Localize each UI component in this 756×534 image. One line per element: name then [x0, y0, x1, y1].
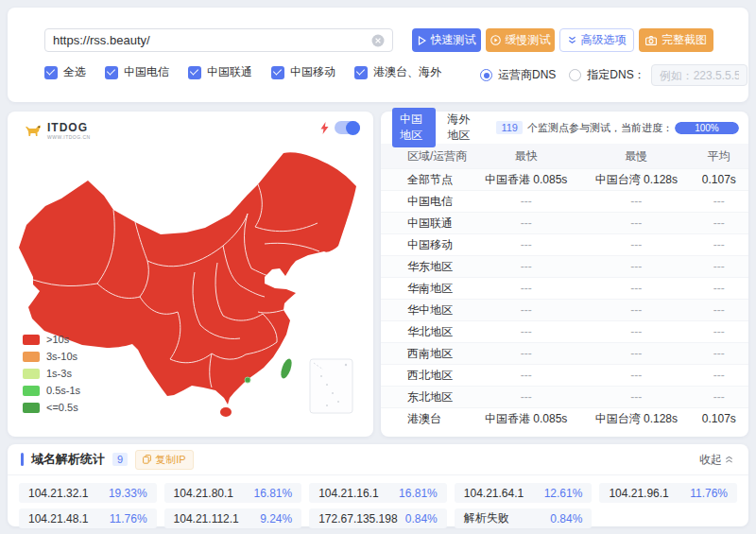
- lightning-icon: [320, 122, 329, 134]
- table-row: 中国联通---------: [381, 212, 748, 233]
- ip-stat-item: 104.21.112.19.24%: [164, 508, 302, 528]
- legend-item: 0.5s-1s: [23, 385, 80, 396]
- logo-subtitle: WWW.ITDOG.CN: [47, 135, 91, 140]
- camera-icon: [645, 36, 657, 45]
- checkbox-icon: [44, 66, 58, 79]
- col-fastest: 最快: [469, 148, 583, 164]
- legend-item: 1s-3s: [23, 368, 80, 379]
- legend-swatch: [23, 403, 40, 413]
- south-china-sea-inset: [310, 359, 352, 413]
- checkbox-icon: [105, 66, 118, 79]
- title-accent-bar: [21, 453, 24, 466]
- results-table: 区域/运营商 最快 最慢 平均 全部节点中国香港 0.085s中国台湾 0.12…: [381, 144, 748, 429]
- table-row: 中国电信---------: [381, 190, 748, 212]
- table-row: 华中地区---------: [381, 299, 748, 320]
- dns-stats-title: 域名解析统计: [31, 451, 105, 468]
- legend-swatch: [23, 369, 40, 379]
- url-input-wrapper: [44, 28, 393, 52]
- copy-ip-label: 复制IP: [155, 453, 185, 467]
- progress-bar: 100%: [675, 122, 739, 134]
- dns-count-badge: 9: [112, 453, 128, 466]
- advanced-options-button[interactable]: 高级选项: [559, 28, 634, 52]
- double-chevron-up-icon: [725, 455, 733, 464]
- table-row: 西南地区---------: [381, 342, 748, 364]
- results-header: 中国地区 海外地区 119 个监测点参与测试，当前进度： 100%: [381, 112, 748, 144]
- url-input[interactable]: [53, 33, 371, 47]
- ip-stats-grid: 104.21.32.119.33% 104.21.80.116.81% 104.…: [8, 475, 748, 534]
- table-row: 华东地区---------: [381, 255, 748, 277]
- legend-label: 1s-3s: [46, 368, 72, 379]
- checkbox-hk-mo-tw-overseas[interactable]: 港澳台、海外: [354, 64, 441, 80]
- collapse-button[interactable]: 收起: [699, 452, 733, 468]
- china-map-panel: ITDOG WWW.ITDOG.CN >10s 3s-10s 1s-3s 0.5…: [8, 112, 373, 437]
- itdog-logo: ITDOG WWW.ITDOG.CN: [25, 122, 91, 140]
- clear-input-icon[interactable]: [371, 34, 385, 47]
- logo-title: ITDOG: [47, 122, 91, 133]
- ip-stat-item: 104.21.16.116.81%: [309, 483, 447, 503]
- play-icon: [418, 36, 426, 45]
- custom-dns-input[interactable]: [651, 64, 747, 86]
- checkbox-china-telecom[interactable]: 中国电信: [105, 64, 169, 80]
- radio-custom-dns-label: 指定DNS：: [587, 67, 644, 83]
- latency-legend: >10s 3s-10s 1s-3s 0.5s-1s <=0.5s: [23, 334, 80, 413]
- radio-custom-dns[interactable]: [569, 69, 581, 81]
- quick-test-label: 快速测试: [431, 32, 476, 48]
- copy-ip-button[interactable]: 复制IP: [135, 450, 193, 470]
- quick-test-button[interactable]: 快速测试: [412, 28, 481, 52]
- checkbox-label: 全选: [63, 64, 86, 80]
- tab-overseas-region[interactable]: 海外地区: [439, 108, 483, 147]
- table-header-row: 区域/运营商 最快 最慢 平均: [381, 144, 748, 168]
- legend-label: >10s: [46, 334, 69, 345]
- legend-item: 3s-10s: [23, 351, 80, 362]
- checkbox-select-all[interactable]: 全选: [44, 64, 86, 80]
- ip-stat-item: 解析失败0.84%: [455, 508, 593, 528]
- ip-stat-item: 104.21.64.112.61%: [455, 483, 593, 503]
- table-row: 全部节点中国香港 0.085s中国台湾 0.128s0.107s: [381, 168, 748, 190]
- legend-swatch: [23, 386, 40, 396]
- monitor-count-badge: 119: [496, 121, 523, 134]
- checkbox-china-unicom[interactable]: 中国联通: [188, 64, 252, 80]
- tab-china-region[interactable]: 中国地区: [392, 108, 436, 147]
- checkbox-icon: [271, 66, 284, 79]
- copy-icon: [143, 455, 151, 464]
- slow-test-button[interactable]: 缓慢测试: [486, 28, 555, 52]
- full-screenshot-label: 完整截图: [662, 32, 707, 48]
- advanced-options-label: 高级选项: [581, 32, 627, 48]
- legend-label: <=0.5s: [46, 402, 78, 413]
- full-screenshot-button[interactable]: 完整截图: [639, 28, 713, 52]
- test-config-panel: 快速测试 缓慢测试 高级选项 完整截图 全选 中国电信 中国联通 中国移动 港澳…: [8, 8, 748, 102]
- legend-item: <=0.5s: [23, 402, 80, 413]
- checkbox-china-mobile[interactable]: 中国移动: [271, 64, 335, 80]
- table-row: 中国移动---------: [381, 233, 748, 255]
- ip-stat-item: 104.21.32.119.33%: [19, 483, 157, 503]
- hongkong-marker: [245, 377, 250, 383]
- hainan-island: [220, 407, 232, 417]
- collapse-label: 收起: [699, 452, 722, 468]
- ip-stat-item: 104.21.80.116.81%: [164, 483, 302, 503]
- col-region: 区域/运营商: [381, 148, 469, 164]
- table-row: 东北地区---------: [381, 386, 748, 407]
- taiwan-island: [279, 357, 294, 380]
- slow-test-label: 缓慢测试: [506, 32, 551, 48]
- dog-icon: [25, 123, 43, 140]
- table-row: 华北地区---------: [381, 320, 748, 342]
- isp-checkbox-row: 全选 中国电信 中国联通 中国移动 港澳台、海外: [44, 64, 441, 80]
- col-avg: 平均: [690, 148, 748, 164]
- checkbox-label: 港澳台、海外: [373, 64, 441, 80]
- map-mode-toggle[interactable]: [335, 121, 360, 134]
- ip-stat-item: 172.67.135.1980.84%: [309, 508, 447, 528]
- legend-label: 0.5s-1s: [46, 385, 80, 396]
- checkbox-label: 中国联通: [207, 64, 252, 80]
- legend-label: 3s-10s: [46, 351, 77, 362]
- progress-fill: 100%: [675, 122, 739, 134]
- table-row: 西北地区---------: [381, 364, 748, 386]
- legend-item: >10s: [23, 334, 80, 345]
- progress-label: 个监测点参与测试，当前进度：: [527, 121, 673, 135]
- radio-isp-dns[interactable]: [480, 69, 492, 81]
- radio-isp-dns-label: 运营商DNS: [498, 67, 556, 83]
- checkbox-label: 中国移动: [290, 64, 335, 80]
- checkbox-icon: [188, 66, 201, 79]
- checkbox-icon: [354, 66, 368, 79]
- ip-stat-item: 104.21.48.111.76%: [19, 508, 157, 528]
- dns-panel-header: 域名解析统计 9 复制IP 收起: [8, 444, 748, 475]
